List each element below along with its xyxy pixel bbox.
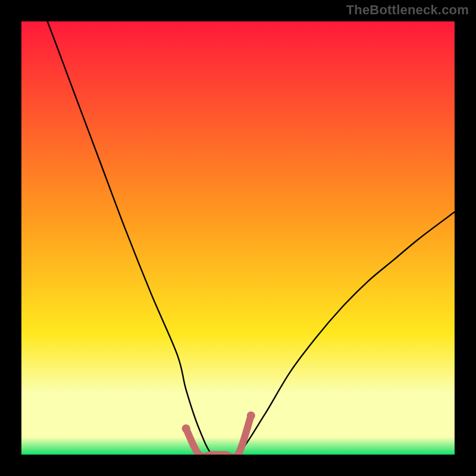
chart-svg: [21, 21, 455, 455]
accent-dot-left: [182, 424, 190, 433]
watermark-text: TheBottleneck.com: [346, 2, 469, 18]
chart-frame: TheBottleneck.com: [0, 0, 476, 476]
gradient-background: [21, 21, 455, 455]
plot-area: [21, 21, 455, 455]
accent-dot-right: [247, 411, 255, 419]
